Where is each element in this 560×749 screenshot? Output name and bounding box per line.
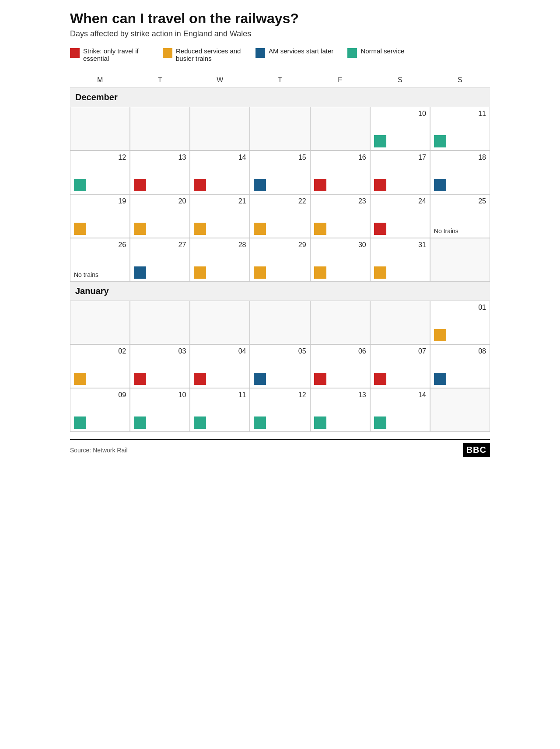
status-indicator-strike <box>374 373 386 385</box>
legend-item-am: AM services start later <box>256 47 333 62</box>
status-indicator-reduced <box>134 223 146 235</box>
status-indicator-reduced <box>194 223 206 235</box>
cal-cell-empty-1-0-1 <box>130 301 190 344</box>
status-indicator-am <box>434 179 446 191</box>
cal-cell-07: 07 <box>370 344 430 388</box>
status-indicator-reduced <box>74 373 86 385</box>
status-indicator-normal <box>254 416 266 429</box>
status-indicator-normal <box>434 135 446 147</box>
cal-cell-19: 19 <box>70 194 130 238</box>
cell-date: 18 <box>434 154 486 161</box>
cal-cell-14: 14 <box>190 150 250 194</box>
status-indicator-am <box>134 266 146 279</box>
cell-date: 03 <box>134 347 186 355</box>
status-indicator-reduced <box>254 223 266 235</box>
cell-date: 04 <box>194 347 246 355</box>
status-indicator-strike <box>314 373 326 385</box>
cell-date: 11 <box>194 391 246 399</box>
cell-date: 24 <box>374 197 426 205</box>
status-indicator-reduced <box>314 266 326 279</box>
cell-date: 12 <box>74 154 126 161</box>
day-header-T: T <box>250 73 310 88</box>
month-section-january: January0102030405060708091011121314 <box>70 282 490 432</box>
status-indicator-strike <box>374 179 386 191</box>
cal-cell-empty-1-0-3 <box>250 301 310 344</box>
cell-date: 31 <box>374 241 426 249</box>
cell-date: 29 <box>254 241 306 249</box>
cell-date: 09 <box>74 391 126 399</box>
day-headers: MTWTFSS <box>70 73 490 88</box>
cell-date: 21 <box>194 197 246 205</box>
legend-swatch-strike <box>70 48 80 58</box>
cal-cell-empty-1-0-2 <box>190 301 250 344</box>
status-indicator-normal <box>374 416 386 429</box>
day-header-S: S <box>430 73 490 88</box>
cal-cell-empty-1-0-0 <box>70 301 130 344</box>
cal-cell-27: 27 <box>130 238 190 282</box>
cell-date: 13 <box>314 391 366 399</box>
cal-cell-05: 05 <box>250 344 310 388</box>
cal-cell-08: 08 <box>430 344 490 388</box>
cal-cell-04: 04 <box>190 344 250 388</box>
bbc-logo: BBC <box>463 443 490 457</box>
cal-cell-20: 20 <box>130 194 190 238</box>
cal-cell-01: 01 <box>430 301 490 344</box>
legend-item-reduced: Reduced services and busier trains <box>163 47 242 62</box>
day-header-S: S <box>370 73 430 88</box>
legend: Strike: only travel if essential Reduced… <box>70 47 490 62</box>
cell-date: 26 <box>74 241 126 249</box>
cell-date: 01 <box>434 304 486 312</box>
cal-cell-02: 02 <box>70 344 130 388</box>
cell-date: 10 <box>134 391 186 399</box>
status-indicator-reduced <box>374 266 386 279</box>
legend-label-strike: Strike: only travel if essential <box>83 47 149 62</box>
subtitle: Days affected by strike action in Englan… <box>70 29 490 38</box>
cell-date: 06 <box>314 347 366 355</box>
source-text: Source: Network Rail <box>70 447 128 454</box>
cal-cell-empty-1-2-6 <box>430 388 490 432</box>
cal-cell-17: 17 <box>370 150 430 194</box>
cal-cell-11: 11 <box>190 388 250 432</box>
legend-label-am: AM services start later <box>269 47 333 55</box>
cal-cell-empty-0-0-1 <box>130 107 190 150</box>
legend-label-reduced: Reduced services and busier trains <box>176 47 242 62</box>
day-header-M: M <box>70 73 130 88</box>
status-indicator-normal <box>74 416 86 429</box>
status-indicator-strike <box>194 373 206 385</box>
cal-cell-empty-1-0-4 <box>310 301 370 344</box>
legend-swatch-reduced <box>163 48 172 58</box>
cell-date: 22 <box>254 197 306 205</box>
calendar-grid-december: 10111213141516171819202122232425No train… <box>70 107 490 282</box>
no-trains-text: No trains <box>74 271 126 279</box>
cell-date: 02 <box>74 347 126 355</box>
status-indicator-reduced <box>314 223 326 235</box>
cal-cell-15: 15 <box>250 150 310 194</box>
page-title: When can I travel on the railways? <box>70 10 490 27</box>
cell-date: 30 <box>314 241 366 249</box>
cell-date: 12 <box>254 391 306 399</box>
cell-date: 19 <box>74 197 126 205</box>
cal-cell-24: 24 <box>370 194 430 238</box>
cal-cell-12: 12 <box>250 388 310 432</box>
cell-date: 17 <box>374 154 426 161</box>
status-indicator-normal <box>314 416 326 429</box>
status-indicator-strike <box>194 179 206 191</box>
status-indicator-normal <box>74 179 86 191</box>
cell-date: 14 <box>374 391 426 399</box>
no-trains-text: No trains <box>434 227 486 235</box>
day-header-T: T <box>130 73 190 88</box>
cell-date: 20 <box>134 197 186 205</box>
cell-date: 16 <box>314 154 366 161</box>
legend-item-normal: Normal service <box>347 47 404 62</box>
cal-cell-09: 09 <box>70 388 130 432</box>
status-indicator-reduced <box>434 329 446 341</box>
cell-date: 15 <box>254 154 306 161</box>
month-label-january: January <box>70 282 490 301</box>
calendar-container: MTWTFSSDecember1011121314151617181920212… <box>70 73 490 432</box>
status-indicator-normal <box>374 135 386 147</box>
status-indicator-am <box>254 179 266 191</box>
cell-date: 11 <box>434 110 486 118</box>
cal-cell-14: 14 <box>370 388 430 432</box>
status-indicator-reduced <box>194 266 206 279</box>
cal-cell-11: 11 <box>430 107 490 150</box>
